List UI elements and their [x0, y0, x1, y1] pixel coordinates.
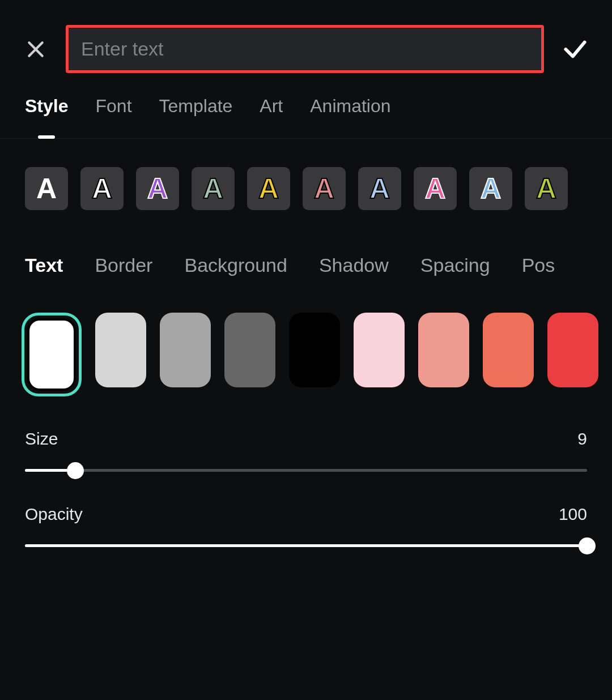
subtab-spacing[interactable]: Spacing: [420, 254, 490, 276]
preset-yellow-outline-black[interactable]: A: [247, 167, 290, 210]
subtab-border[interactable]: Border: [95, 254, 152, 276]
opacity-value: 100: [559, 505, 587, 524]
preset-white-outline-black[interactable]: A: [80, 167, 124, 210]
opacity-slider-thumb[interactable]: [579, 537, 596, 554]
style-presets-row: AAAAAAAAAA: [0, 139, 612, 210]
size-value: 9: [577, 429, 587, 449]
size-slider-thumb[interactable]: [67, 462, 84, 479]
color-swatch-7[interactable]: [483, 313, 534, 387]
color-swatch-6[interactable]: [418, 313, 469, 387]
close-icon: [24, 38, 47, 61]
tab-style[interactable]: Style: [25, 96, 68, 138]
main-tabs: StyleFontTemplateArtAnimation: [0, 90, 612, 139]
tab-font[interactable]: Font: [95, 96, 131, 138]
tab-art[interactable]: Art: [260, 96, 283, 138]
preset-blue-outline-white[interactable]: A: [469, 167, 512, 210]
opacity-label: Opacity: [25, 505, 83, 524]
preset-white-solid[interactable]: A: [25, 167, 68, 210]
header: [0, 17, 612, 90]
style-subtabs: TextBorderBackgroundShadowSpacingPos: [0, 210, 612, 276]
tab-animation[interactable]: Animation: [310, 96, 390, 138]
size-slider[interactable]: [25, 469, 587, 472]
text-input-highlight: [66, 25, 544, 73]
color-swatch-5[interactable]: [354, 313, 405, 387]
color-swatch-4[interactable]: [289, 313, 340, 387]
opacity-slider-row: Opacity 100: [25, 505, 587, 547]
confirm-button[interactable]: [561, 35, 589, 63]
check-icon: [561, 35, 589, 63]
tab-template[interactable]: Template: [159, 96, 233, 138]
preset-purple-outline-white[interactable]: A: [136, 167, 179, 210]
preset-pink-outline-black[interactable]: A: [303, 167, 346, 210]
color-swatch-3[interactable]: [224, 313, 275, 387]
size-label: Size: [25, 429, 58, 449]
preset-sage-outline-black[interactable]: A: [192, 167, 235, 210]
subtab-text[interactable]: Text: [25, 254, 63, 276]
subtab-shadow[interactable]: Shadow: [319, 254, 389, 276]
color-swatch-1[interactable]: [95, 313, 146, 387]
opacity-slider[interactable]: [25, 544, 587, 547]
color-swatch-8[interactable]: [547, 313, 598, 387]
slider-section: Size 9 Opacity 100: [0, 396, 612, 547]
preset-magenta-outline-white[interactable]: A: [414, 167, 457, 210]
close-button[interactable]: [23, 36, 49, 62]
color-swatch-row: [0, 276, 612, 396]
color-swatch-0[interactable]: [27, 318, 76, 391]
preset-lime-outline-black[interactable]: A: [525, 167, 568, 210]
color-swatch-2[interactable]: [160, 313, 211, 387]
subtab-background[interactable]: Background: [184, 254, 287, 276]
preset-lightblue-outline-black[interactable]: A: [358, 167, 401, 210]
size-slider-row: Size 9: [25, 429, 587, 472]
text-input[interactable]: [69, 28, 541, 70]
subtab-pos[interactable]: Pos: [522, 254, 555, 276]
